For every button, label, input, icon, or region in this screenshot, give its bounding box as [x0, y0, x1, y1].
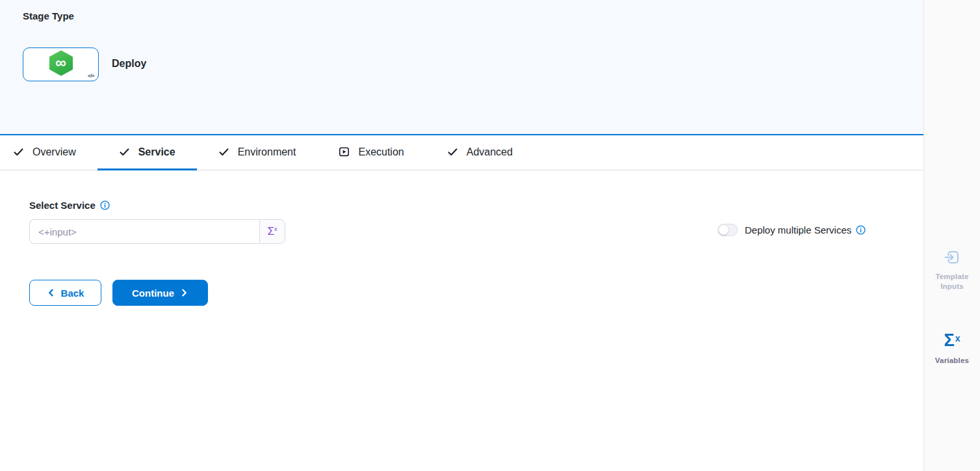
check-icon	[13, 146, 24, 157]
tab-execution[interactable]: Execution	[317, 135, 425, 170]
stage-card-label: Deploy	[112, 58, 146, 70]
right-rail: Template Inputs Σ x Variables	[923, 0, 980, 471]
deploy-multiple-toggle[interactable]	[717, 224, 738, 236]
back-button-label: Back	[61, 288, 84, 299]
cd-hexagon-infinity-icon: ∞	[48, 50, 74, 79]
info-icon[interactable]	[100, 200, 110, 210]
info-icon[interactable]	[856, 225, 866, 235]
x-glyph: x	[955, 334, 961, 343]
tab-label: Advanced	[467, 146, 513, 158]
chevron-right-icon	[179, 288, 188, 297]
execution-play-icon	[339, 146, 350, 157]
tab-label: Service	[138, 146, 175, 158]
back-button[interactable]: Back	[29, 280, 101, 306]
deploy-multiple-label-row: Deploy multiple Services	[745, 224, 866, 236]
tab-service[interactable]: Service	[97, 135, 197, 170]
toggle-knob	[719, 225, 729, 235]
tab-environment[interactable]: Environment	[197, 135, 318, 170]
stage-config-page: Stage Type ∞ </> D	[0, 0, 980, 471]
deploy-multiple-row: Deploy multiple Services	[717, 224, 866, 236]
nav-buttons-row: Back Continue	[29, 280, 208, 306]
variables-button[interactable]: Σ x Variables	[924, 332, 980, 366]
tab-label: Execution	[358, 146, 404, 158]
tab-advanced[interactable]: Advanced	[426, 135, 534, 170]
template-inputs-button[interactable]: Template Inputs	[924, 249, 980, 291]
infinity-glyph: ∞	[48, 50, 74, 76]
continue-button-label: Continue	[132, 288, 174, 299]
sigma-sup-x: x	[274, 226, 277, 232]
tab-label: Environment	[238, 146, 296, 158]
check-icon	[447, 146, 458, 157]
deploy-stage-card[interactable]: ∞ </>	[23, 47, 99, 81]
stage-tabbar: Overview Service Environment Execution	[0, 135, 923, 170]
code-badge: </>	[88, 73, 94, 79]
stage-type-title: Stage Type	[23, 10, 74, 21]
expression-input-type-button[interactable]: Σ x	[259, 219, 285, 244]
check-icon	[119, 146, 130, 157]
service-tab-content: Select Service Σ x Deplo	[0, 170, 923, 471]
select-service-input[interactable]	[29, 219, 259, 244]
main-column: Stage Type ∞ </> D	[0, 0, 923, 471]
tab-label: Overview	[32, 146, 76, 158]
tab-overview[interactable]: Overview	[0, 135, 97, 170]
template-inputs-icon	[944, 249, 961, 266]
deploy-multiple-label: Deploy multiple Services	[745, 224, 851, 236]
sigma-glyph: Σ	[267, 225, 274, 238]
stage-type-panel: Stage Type ∞ </> D	[0, 0, 923, 135]
select-service-label-row: Select Service	[29, 200, 110, 211]
variables-sigma-x-icon: Σ x	[944, 332, 961, 349]
variables-label: Variables	[929, 356, 975, 366]
sigma-glyph: Σ	[944, 332, 955, 349]
check-icon	[218, 146, 229, 157]
template-inputs-label: Template Inputs	[924, 272, 980, 291]
continue-button[interactable]: Continue	[112, 280, 208, 306]
chevron-left-icon	[47, 288, 56, 297]
select-service-input-group: Σ x	[29, 219, 285, 244]
select-service-label: Select Service	[29, 200, 96, 211]
